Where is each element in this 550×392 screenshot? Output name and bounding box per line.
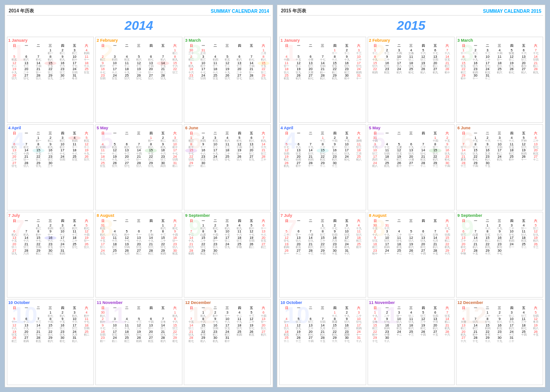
month-jan-2015: 1 1 January 日一二三四五六 1十一2十二3十三 4十四5十五6小寒7… bbox=[279, 37, 366, 123]
cal-table-aug-2015: 日一二三四五六 30十五31十六1十七 2十八3十九4二十5廿一6廿二7立秋8廿… bbox=[369, 218, 453, 255]
cal-table-jul-2015: 日一二三四五六 1十六2十七3十八4十九 5二十6廿一7小暑8廿三9廿四10廿五… bbox=[280, 218, 365, 255]
calendar-2015: 2015 年历表 SUMMAY CALENDAR 2015 2015 1 1 J… bbox=[277, 5, 545, 387]
month-apr-2015: 4 4 April 日一二三四五六 1十三2十四3十五4清明 5十七6十八7十九… bbox=[279, 124, 366, 210]
month-jul-2014: 7 7 July 日一二三四五六 1初三2初四3初五4初六5初七 6初八7初九8… bbox=[7, 212, 94, 298]
month-may-2014: 5 5 May 日一二三四五六 1初一2初二3初三 4初四5初五6初六7初七8初… bbox=[95, 124, 182, 210]
month-mar-2014: 3 3 March 日一二三四五六 30三十31正月1二月 2初二3初三4初四5… bbox=[184, 37, 271, 123]
cal-table-sep-2014: 日一二三四五六 1初六2初七3初八4初九5初十6十一 7十二8白露9十四10十五… bbox=[185, 218, 270, 255]
cal-table-jun-2015: 日一二三四五六 1十五2十六3十七4十八5芒种6二十 7廿一8廿二9廿三10廿四… bbox=[457, 131, 542, 168]
month-apr-2014: 4 4 April 日一二三四五六 1初一2初二3初三4初四5初五 6初六7初七… bbox=[7, 124, 94, 210]
panel-header-2014: 2014 年历表 SUMMAY CALENDAR 2014 bbox=[7, 7, 271, 16]
panel-title-2014: SUMMAY CALENDAR 2014 bbox=[211, 9, 269, 14]
cal-table-jan-2014: 日一二三四五六 1初一2初二3初三4初四 5初五6初六7初七8初八9初九10初十… bbox=[8, 43, 93, 80]
cal-table-nov-2015: 日一二三四五六 1十九2二十3廿一4廿二5廿三6廿四7廿五 8立冬9廿七10廿八… bbox=[369, 305, 453, 342]
cal-table-aug-2014: 日一二三四五六 31初五1初六2初七 3初八4初九5初十6十一7立秋8十三9十四… bbox=[97, 218, 181, 255]
month-sep-2015: 9 9 September 日一二三四五六 1十八2十九3二十4廿一5廿二 6廿… bbox=[456, 212, 543, 298]
cal-table-mar-2014: 日一二三四五六 30三十31正月1二月 2初二3初三4初四5初五6初六7初七8初… bbox=[185, 43, 270, 80]
panel-year-label-2014: 2014 年历表 bbox=[9, 8, 34, 14]
cal-table-dec-2015: 日一二三四五六 1二十2廿一3廿二4廿三5廿四 6大雪7廿六8廿七9廿八10廿九… bbox=[457, 305, 542, 342]
month-may-2015: 5 5 May 日一二三四五六 31十四1十四2十五 3十六4十七5立夏6十九7… bbox=[368, 124, 455, 210]
cal-table-nov-2014: 日一二三四五六 30初八1初九 2初十3十一4十二5十三6十四7立冬8十六 9十… bbox=[97, 305, 181, 342]
cal-table-dec-2014: 日一二三四五六 1初九2初十3十一4十二5十三6十四 7十五8十六9十七10十八… bbox=[185, 305, 270, 342]
cal-table-feb-2015: 日一二三四五六 1十二2十三3十四4立春5十六6十七7十八 8十九9二十10廿一… bbox=[369, 43, 453, 74]
cal-table-apr-2015: 日一二三四五六 1十三2十四3十五4清明 5十七6十八7十九8二十9廿一10廿二… bbox=[280, 131, 365, 168]
cal-table-apr-2014: 日一二三四五六 1初一2初二3初三4初四5初五 6初六7初七8初八9初九10初十… bbox=[8, 131, 93, 168]
month-aug-2015: 8 8 August 日一二三四五六 30十五31十六1十七 2十八3十九4二十… bbox=[368, 212, 455, 298]
cal-table-oct-2015: 日一二三四五六 1十八2十九3二十 4廿一5廿二6廿三7廿四8寒露9廿六10廿七… bbox=[280, 305, 365, 342]
month-feb-2015: 2 2 February 日一二三四五六 1十二2十三3十四4立春5十六6十七7… bbox=[368, 37, 455, 123]
panel-title-2015: SUMMAY CALENDAR 2015 bbox=[483, 9, 541, 14]
cal-table-may-2015: 日一二三四五六 31十四1十四2十五 3十六4十七5立夏6十九7二十8廿一9廿二… bbox=[369, 131, 453, 168]
month-sep-2014: 9 9 September 日一二三四五六 1初六2初七3初八4初九5初十6十一… bbox=[184, 212, 271, 298]
month-nov-2014: 11 11 November 日一二三四五六 30初八1初九 2初十3十一4十二… bbox=[95, 299, 182, 385]
month-aug-2014: 8 8 August 日一二三四五六 31初五1初六2初七 3初八4初九5初十6… bbox=[95, 212, 182, 298]
month-jun-2014: 6 6 June 日一二三四五六 1初三2初四3初五4初六5初七6初八7初九 8… bbox=[184, 124, 271, 210]
month-mar-2015: 3 3 March 日一二三四五六 1十一2十二3十三4十四5惊蛰6十六7十七 … bbox=[456, 37, 543, 123]
months-grid-2015: 1 1 January 日一二三四五六 1十一2十二3十三 4十四5十五6小寒7… bbox=[279, 37, 543, 385]
year-title-2015: 2015 bbox=[279, 17, 543, 35]
month-oct-2014: 10 10 October 日一二三四五六 1初七2初八3初九4初十 5十一6十… bbox=[7, 299, 94, 385]
calendar-2014: 2014 年历表 SUMMAY CALENDAR 2014 2014 1 1 J… bbox=[5, 5, 273, 387]
month-nov-2015: 11 11 November 日一二三四五六 1十九2二十3廿一4廿二5廿三6廿… bbox=[368, 299, 455, 385]
month-jan-2014: 1 1 January 日一二三四五六 1初一2初二3初三4初四 5初五6初六7… bbox=[7, 37, 94, 123]
months-grid-2014: 1 1 January 日一二三四五六 1初一2初二3初三4初四 5初五6初六7… bbox=[7, 37, 271, 385]
cal-table-jan-2015: 日一二三四五六 1十一2十二3十三 4十四5十五6小寒7十七8十八9十九10二十… bbox=[280, 43, 365, 80]
panel-header-2015: 2015 年历表 SUMMAY CALENDAR 2015 bbox=[279, 7, 543, 16]
month-feb-2014: 2 2 February 日一二三四五六 1初二 2初三3初四4初五5初六6初七… bbox=[95, 37, 182, 123]
cal-table-jul-2014: 日一二三四五六 1初三2初四3初五4初六5初七 6初八7初九8初十9十一10十二… bbox=[8, 218, 93, 255]
cal-table-mar-2015: 日一二三四五六 1十一2十二3十三4十四5惊蛰6十六7十七 8十八9十九10二十… bbox=[457, 43, 542, 80]
month-jul-2015: 7 7 July 日一二三四五六 1十六2十七3十八4十九 5二十6廿一7小暑8… bbox=[279, 212, 366, 298]
month-dec-2015: 12 12 December 日一二三四五六 1二十2廿一3廿二4廿三5廿四 6… bbox=[456, 299, 543, 385]
cal-table-oct-2014: 日一二三四五六 1初七2初八3初九4初十 5十一6十二7十三8十四9十五10十六… bbox=[8, 305, 93, 342]
month-dec-2014: 12 12 December 日一二三四五六 1初九2初十3十一4十二5十三6十… bbox=[184, 299, 271, 385]
panel-year-label-2015: 2015 年历表 bbox=[281, 8, 306, 14]
cal-table-feb-2014: 日一二三四五六 1初二 2初三3初四4初五5初六6初七7初八8初九 9初十10十… bbox=[97, 43, 181, 80]
cal-table-may-2014: 日一二三四五六 1初一2初二3初三 4初四5初五6初六7初七8初八9初九10初十… bbox=[97, 131, 181, 168]
cal-table-sep-2015: 日一二三四五六 1十八2十九3二十4廿一5廿二 6廿三7白露8廿五9廿六10廿七… bbox=[457, 218, 542, 255]
month-oct-2015: 10 10 October 日一二三四五六 1十八2十九3二十 4廿一5廿二6廿… bbox=[279, 299, 366, 385]
month-jun-2015: 6 6 June 日一二三四五六 1十五2十六3十七4十八5芒种6二十 7廿一8… bbox=[456, 124, 543, 210]
cal-table-jun-2014: 日一二三四五六 1初三2初四3初五4初六5初七6初八7初九 8初十9十一10十二… bbox=[185, 131, 270, 168]
main-container: 2014 年历表 SUMMAY CALENDAR 2014 2014 1 1 J… bbox=[5, 5, 545, 387]
year-title-2014: 2014 bbox=[7, 17, 271, 35]
